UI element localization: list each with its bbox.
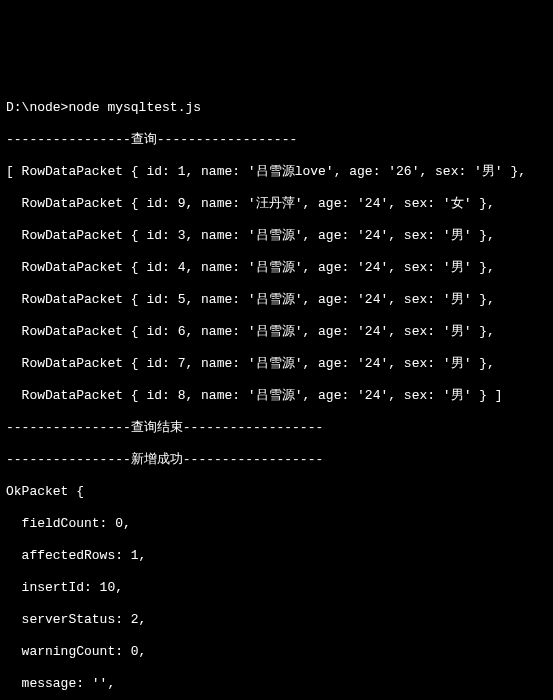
okpacket-field: message: '', — [6, 676, 547, 692]
query-row: RowDataPacket { id: 6, name: '吕雪源', age:… — [6, 324, 547, 340]
query-row: RowDataPacket { id: 7, name: '吕雪源', age:… — [6, 356, 547, 372]
query-row: RowDataPacket { id: 5, name: '吕雪源', age:… — [6, 292, 547, 308]
query-row: RowDataPacket { id: 4, name: '吕雪源', age:… — [6, 260, 547, 276]
okpacket-field: affectedRows: 1, — [6, 548, 547, 564]
query-row: [ RowDataPacket { id: 1, name: '吕雪源love'… — [6, 164, 547, 180]
prompt-line: D:\node>node mysqltest.js — [6, 100, 547, 116]
separator-query-start: ----------------查询------------------ — [6, 132, 547, 148]
separator-insert-success: ----------------新增成功------------------ — [6, 452, 547, 468]
separator-query-end: ----------------查询结束------------------ — [6, 420, 547, 436]
query-row: RowDataPacket { id: 8, name: '吕雪源', age:… — [6, 388, 547, 404]
query-row: RowDataPacket { id: 3, name: '吕雪源', age:… — [6, 228, 547, 244]
okpacket-field: insertId: 10, — [6, 580, 547, 596]
okpacket-field: fieldCount: 0, — [6, 516, 547, 532]
okpacket-field: serverStatus: 2, — [6, 612, 547, 628]
query-row: RowDataPacket { id: 9, name: '汪丹萍', age:… — [6, 196, 547, 212]
terminal-output: D:\node>node mysqltest.js --------------… — [0, 80, 553, 700]
okpacket-field: warningCount: 0, — [6, 644, 547, 660]
okpacket-header: OkPacket { — [6, 484, 547, 500]
